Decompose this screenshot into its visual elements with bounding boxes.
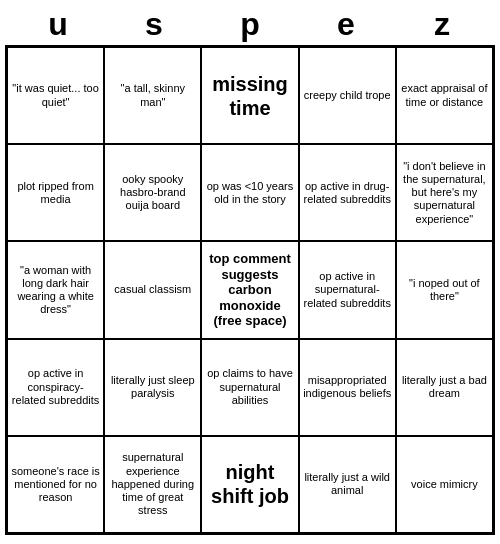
cell-13[interactable]: op active in supernatural-related subred… (299, 241, 396, 338)
cell-8[interactable]: op active in drug-related subreddits (299, 144, 396, 241)
header-letter-s: s (110, 6, 198, 43)
cell-10[interactable]: "a woman with long dark hair wearing a w… (7, 241, 104, 338)
cell-6[interactable]: ooky spooky hasbro-brand ouija board (104, 144, 201, 241)
header-letter-z: z (398, 6, 486, 43)
cell-3[interactable]: creepy child trope (299, 47, 396, 144)
cell-15[interactable]: op active in conspiracy-related subreddi… (7, 339, 104, 436)
cell-1[interactable]: "a tall, skinny man" (104, 47, 201, 144)
cell-4[interactable]: exact appraisal of time or distance (396, 47, 493, 144)
cell-17[interactable]: op claims to have supernatural abilities (201, 339, 298, 436)
cell-20[interactable]: someone's race is mentioned for no reaso… (7, 436, 104, 533)
cell-19[interactable]: literally just a bad dream (396, 339, 493, 436)
cell-24[interactable]: voice mimicry (396, 436, 493, 533)
cell-11[interactable]: casual classism (104, 241, 201, 338)
cell-21[interactable]: supernatural experience happened during … (104, 436, 201, 533)
cell-5[interactable]: plot ripped from media (7, 144, 104, 241)
cell-23[interactable]: literally just a wild animal (299, 436, 396, 533)
cell-2[interactable]: missing time (201, 47, 298, 144)
bingo-header: uspez (0, 0, 500, 45)
header-letter-p: p (206, 6, 294, 43)
header-letter-u: u (14, 6, 102, 43)
cell-7[interactable]: op was <10 years old in the story (201, 144, 298, 241)
cell-16[interactable]: literally just sleep paralysis (104, 339, 201, 436)
cell-9[interactable]: "i don't believe in the supernatural, bu… (396, 144, 493, 241)
cell-14[interactable]: "i noped out of there" (396, 241, 493, 338)
cell-18[interactable]: misappropriated indigenous beliefs (299, 339, 396, 436)
header-letter-e: e (302, 6, 390, 43)
bingo-grid: "it was quiet... too quiet""a tall, skin… (5, 45, 495, 535)
cell-0[interactable]: "it was quiet... too quiet" (7, 47, 104, 144)
cell-12[interactable]: top comment suggests carbon monoxide (fr… (201, 241, 298, 338)
cell-22[interactable]: night shift job (201, 436, 298, 533)
